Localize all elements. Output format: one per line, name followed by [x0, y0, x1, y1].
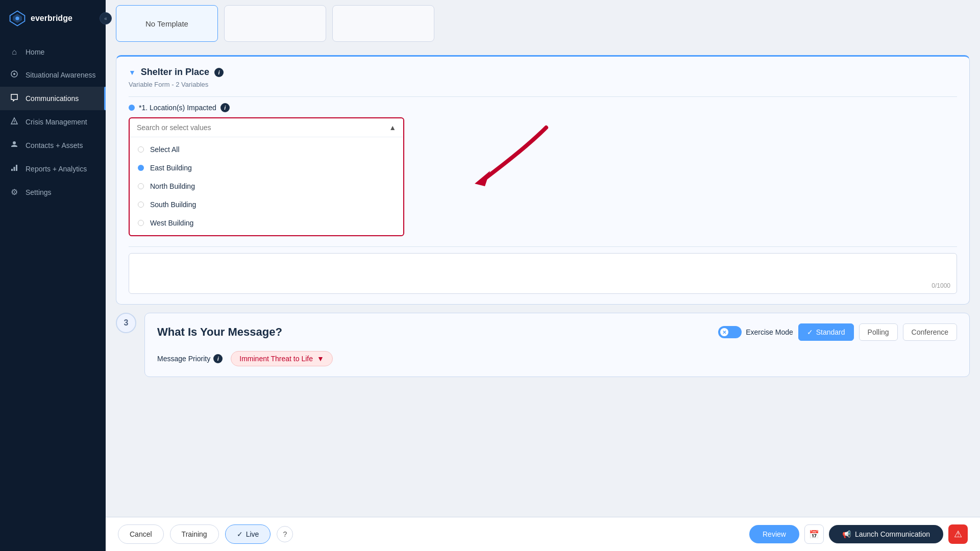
exercise-mode-pill[interactable]: ✕	[718, 326, 742, 338]
shelter-subtitle: Variable Form - 2 Variables	[129, 81, 957, 88]
field-dot-icon	[129, 105, 135, 111]
bottom-bar: Cancel Training ✓ Live ? Review 📅 📢 Laun…	[106, 517, 980, 551]
message-textarea[interactable]: 0/1000	[129, 253, 957, 294]
priority-label: Message Priority i	[157, 354, 223, 363]
west-building-label: West Building	[150, 219, 193, 227]
shelter-header: ▼ Shelter in Place i	[129, 67, 957, 78]
sidebar-item-communications[interactable]: Communications	[0, 87, 106, 110]
char-count: 0/1000	[932, 282, 950, 289]
mode-btn-standard[interactable]: ✓ Standard	[798, 323, 854, 341]
location-field-label: *1. Location(s) Impacted i	[129, 103, 957, 112]
right-actions: Review 📅 📢 Launch Communication ⚠	[749, 524, 968, 544]
step3-row: 3 What Is Your Message? ✕ Exercise Mode …	[116, 313, 970, 377]
launch-icon: 📢	[842, 530, 851, 538]
select-all-dot	[138, 146, 144, 153]
dropdown-item-west-building[interactable]: West Building	[130, 214, 403, 232]
step3-title: What Is Your Message?	[157, 325, 282, 339]
help-button[interactable]: ?	[277, 526, 293, 542]
home-icon: ⌂	[9, 47, 19, 57]
everbridge-logo-icon	[8, 9, 27, 28]
south-building-dot	[138, 202, 144, 208]
mode-btn-polling[interactable]: Polling	[859, 323, 898, 341]
svg-point-7	[14, 122, 15, 123]
settings-icon: ⚙	[9, 187, 19, 197]
template-cards-row: No Template	[116, 0, 970, 47]
review-button[interactable]: Review	[749, 525, 799, 543]
svg-point-2	[15, 16, 19, 20]
conference-label: Conference	[912, 328, 948, 336]
template-card-no-template[interactable]: No Template	[116, 5, 218, 42]
sidebar-item-contacts-assets[interactable]: Contacts + Assets	[0, 134, 106, 157]
launch-button[interactable]: 📢 Launch Communication	[829, 525, 943, 543]
north-building-dot	[138, 183, 144, 189]
template-card-blank-3[interactable]	[332, 5, 434, 42]
location-info-icon[interactable]: i	[220, 103, 230, 112]
sidebar-nav: ⌂ Home Situational Awareness Communicati…	[0, 37, 106, 551]
location-field-row: *1. Location(s) Impacted i ▲ Select	[129, 103, 957, 236]
priority-label-text: Message Priority	[157, 355, 210, 363]
crisis-management-icon	[9, 117, 19, 127]
svg-point-4	[13, 73, 15, 75]
situational-awareness-icon	[9, 70, 19, 80]
north-building-label: North Building	[150, 182, 195, 190]
step3-header: What Is Your Message? ✕ Exercise Mode ✓ …	[157, 323, 957, 341]
main-content: No Template ▼ Shelter in Place i Variabl…	[106, 0, 980, 551]
dropdown-search-input[interactable]	[137, 123, 385, 132]
sidebar-item-crisis-management[interactable]: Crisis Management	[0, 110, 106, 134]
live-button[interactable]: ✓ Live	[225, 524, 271, 544]
location-dropdown[interactable]: ▲ Select All East Building	[129, 117, 404, 236]
template-card-blank-2[interactable]	[224, 5, 326, 42]
content-area: No Template ▼ Shelter in Place i Variabl…	[106, 0, 980, 517]
select-all-label: Select All	[150, 145, 180, 154]
dropdown-item-south-building[interactable]: South Building	[130, 195, 403, 214]
contacts-icon	[9, 140, 19, 151]
sidebar-collapse-button[interactable]: «	[100, 12, 112, 24]
dropdown-search-row: ▲	[130, 118, 403, 137]
location-label-text: *1. Location(s) Impacted	[139, 104, 216, 112]
sidebar-item-home[interactable]: ⌂ Home	[0, 41, 106, 63]
sidebar-label-reports: Reports + Analytics	[26, 165, 87, 173]
sidebar: everbridge « ⌂ Home Situational Awarenes…	[0, 0, 106, 551]
priority-badge[interactable]: Imminent Threat to Life ▼	[231, 351, 333, 366]
collapse-arrow-icon[interactable]: ▼	[129, 68, 136, 77]
sidebar-item-reports-analytics[interactable]: Reports + Analytics	[0, 157, 106, 181]
step3-card: What Is Your Message? ✕ Exercise Mode ✓ …	[144, 313, 970, 377]
priority-info-icon[interactable]: i	[213, 354, 223, 363]
shelter-title: Shelter in Place	[141, 67, 209, 78]
warning-icon: ⚠	[954, 529, 962, 540]
calendar-button[interactable]: 📅	[804, 524, 824, 544]
live-check-icon: ✓	[237, 530, 243, 538]
toggle-x-icon: ✕	[720, 328, 728, 336]
east-building-label: East Building	[150, 164, 192, 172]
live-label: Live	[246, 530, 259, 538]
west-building-dot	[138, 220, 144, 226]
south-building-label: South Building	[150, 201, 196, 209]
mode-btn-conference[interactable]: Conference	[903, 323, 957, 341]
help-icon: ?	[283, 530, 287, 538]
priority-dropdown-icon: ▼	[317, 355, 324, 363]
sidebar-label-crisis: Crisis Management	[26, 118, 87, 126]
calendar-icon: 📅	[809, 530, 819, 539]
polling-label: Polling	[868, 328, 889, 336]
dropdown-item-north-building[interactable]: North Building	[130, 177, 403, 195]
dropdown-chevron-icon[interactable]: ▲	[389, 123, 396, 132]
standard-label: Standard	[816, 328, 845, 336]
logo: everbridge	[0, 0, 106, 37]
cancel-button[interactable]: Cancel	[118, 524, 164, 544]
communications-icon	[9, 93, 19, 104]
sidebar-item-situational-awareness[interactable]: Situational Awareness	[0, 63, 106, 87]
svg-rect-8	[11, 169, 13, 171]
exercise-mode-label: Exercise Mode	[746, 328, 793, 336]
east-building-dot	[138, 165, 144, 171]
warning-button[interactable]: ⚠	[948, 524, 968, 544]
dropdown-item-east-building[interactable]: East Building	[130, 159, 403, 177]
dropdown-item-select-all[interactable]: Select All	[130, 140, 403, 159]
priority-row: Message Priority i Imminent Threat to Li…	[157, 351, 957, 366]
sidebar-item-settings[interactable]: ⚙ Settings	[0, 181, 106, 204]
shelter-info-icon[interactable]: i	[214, 68, 224, 77]
launch-label: Launch Communication	[855, 530, 930, 538]
svg-rect-10	[16, 165, 17, 171]
svg-rect-9	[14, 167, 15, 171]
sidebar-label-communications: Communications	[26, 94, 79, 103]
training-button[interactable]: Training	[170, 524, 219, 544]
